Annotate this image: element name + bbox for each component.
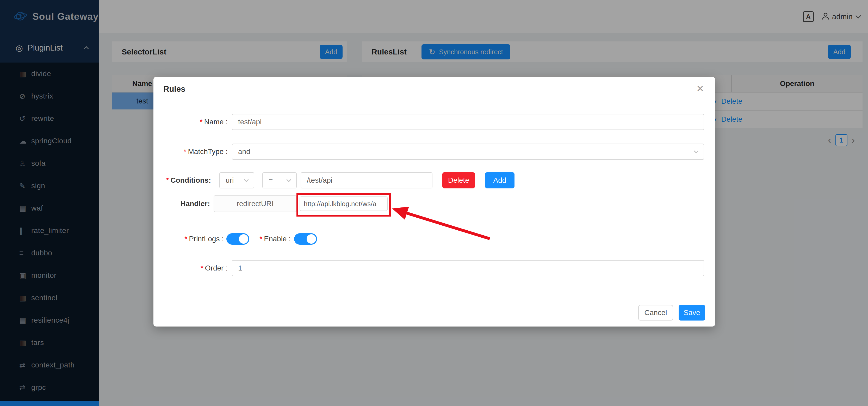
handler-label: Handler: bbox=[153, 196, 210, 212]
rules-modal: Rules × *Name : *MatchType : and *Condit… bbox=[153, 77, 715, 326]
printlogs-label: *PrintLogs : bbox=[153, 231, 224, 247]
condition-add-button[interactable]: Add bbox=[485, 172, 515, 188]
printlogs-toggle[interactable] bbox=[226, 233, 249, 245]
chevron-down-icon bbox=[244, 177, 249, 182]
matchtype-label: *MatchType : bbox=[153, 144, 228, 160]
cancel-button[interactable]: Cancel bbox=[638, 305, 673, 320]
condition-operator-select[interactable]: = bbox=[262, 172, 297, 188]
chevron-down-icon bbox=[694, 149, 699, 153]
condition-delete-button[interactable]: Delete bbox=[442, 172, 475, 188]
handler-key-box: redirectURI bbox=[214, 195, 297, 212]
chevron-down-icon bbox=[286, 177, 291, 182]
modal-title: Rules bbox=[163, 77, 185, 101]
close-icon[interactable]: × bbox=[696, 81, 704, 96]
enable-label: *Enable : bbox=[255, 231, 291, 247]
condition-value-input[interactable] bbox=[301, 172, 432, 188]
matchtype-select[interactable]: and bbox=[232, 144, 704, 160]
order-label: *Order : bbox=[153, 260, 228, 276]
enable-toggle[interactable] bbox=[294, 233, 317, 245]
conditions-label: *Conditions: bbox=[153, 172, 211, 188]
condition-param-select[interactable]: uri bbox=[219, 172, 254, 188]
name-input[interactable] bbox=[232, 114, 704, 130]
order-input[interactable] bbox=[232, 260, 704, 276]
name-label: *Name : bbox=[153, 114, 228, 130]
handler-value-input[interactable] bbox=[300, 196, 388, 211]
save-button[interactable]: Save bbox=[679, 305, 705, 320]
